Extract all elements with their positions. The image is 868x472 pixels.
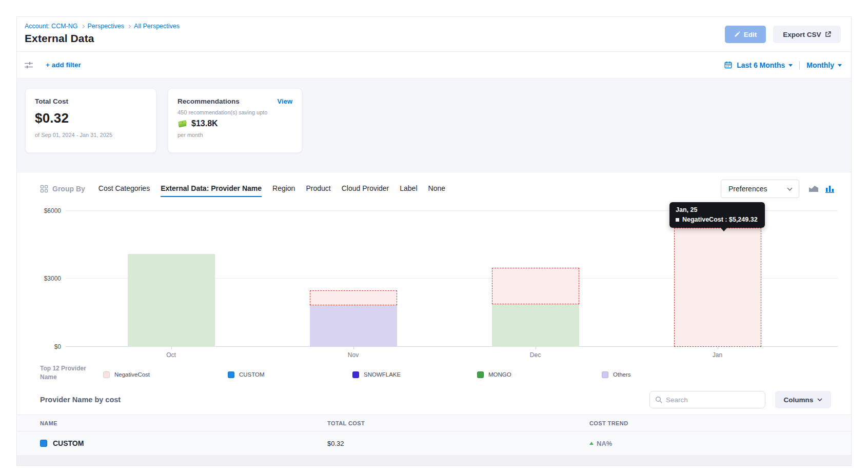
chevron-right-icon [127, 25, 131, 28]
tab-product[interactable]: Product [306, 184, 330, 193]
perspective-panel: Group By Cost CategoriesExternal Data: P… [17, 172, 851, 465]
app-frame: Account: CCM-NG Perspectives All Perspec… [16, 16, 852, 466]
page-title: External Data [25, 32, 841, 45]
legend-label: CUSTOM [239, 371, 265, 378]
breadcrumb: Account: CCM-NG Perspectives All Perspec… [25, 23, 841, 30]
tab-external-data-provider-name[interactable]: External Data: Provider Name [161, 184, 262, 193]
legend-label: NegativeCost [114, 371, 150, 378]
bar-mongo-dec[interactable] [492, 304, 579, 347]
x-axis-tick-label: Jan [626, 351, 808, 359]
tab-label[interactable]: Label [400, 184, 417, 193]
column-header-cost-trend[interactable]: COST TREND [589, 420, 851, 426]
content-area: Total Cost $0.32 of Sep 01, 2024 - Jan 3… [17, 79, 851, 465]
group-by-row: Group By Cost CategoriesExternal Data: P… [17, 172, 851, 202]
legend-swatch-others [602, 371, 608, 378]
bar-chart-icon[interactable] [825, 185, 835, 193]
chart-legend: Top 12 Provider Name NegativeCostCUSTOMS… [40, 363, 841, 382]
provider-swatch [40, 440, 47, 447]
filter-sliders-icon[interactable] [24, 61, 33, 69]
total-cost-value: $0.32 [35, 110, 147, 126]
legend-item-negativecost[interactable]: NegativeCost [103, 363, 228, 382]
tab-none[interactable]: None [428, 184, 445, 193]
tab-region[interactable]: Region [272, 184, 295, 193]
add-filter-button[interactable]: + add filter [46, 61, 81, 69]
legend-swatch-mongo [477, 371, 484, 378]
y-axis-tick-label: $6000 [44, 207, 61, 214]
recommendations-subtitle: 450 recommendation(s) saving upto [177, 109, 292, 115]
legend-item-custom[interactable]: CUSTOM [228, 363, 352, 382]
breadcrumb-perspectives[interactable]: Perspectives [88, 23, 125, 30]
chart-tooltip: Jan, 25 NegativeCost : $5,249.32 [669, 202, 765, 228]
date-range-dropdown[interactable]: Last 6 Months [737, 61, 793, 69]
preferences-dropdown[interactable]: Preferences [721, 180, 799, 198]
table-row-custom[interactable]: CUSTOM$0.32NA% [17, 431, 851, 455]
chart-slot-oct [80, 201, 262, 347]
table-row-partial [17, 455, 851, 465]
bar-mongo-oct[interactable] [128, 254, 215, 347]
group-by-tabs: Cost CategoriesExternal Data: Provider N… [98, 184, 445, 193]
columns-button[interactable]: Columns [775, 391, 831, 408]
trend-value: NA% [597, 440, 612, 447]
legend-label: Others [613, 371, 631, 378]
pencil-icon [734, 31, 740, 37]
calendar-icon [724, 61, 732, 69]
edit-button-label: Edit [744, 31, 757, 38]
divider [799, 61, 800, 69]
filter-bar: + add filter Last 6 Months Monthly [17, 52, 851, 78]
search-input[interactable] [666, 396, 760, 404]
breadcrumb-all-perspectives[interactable]: All Perspectives [134, 23, 180, 30]
page-header: Account: CCM-NG Perspectives All Perspec… [17, 17, 851, 52]
external-link-icon [825, 31, 831, 37]
legend-label: SNOWFLAKE [364, 371, 401, 378]
legend-swatch-custom [228, 371, 234, 378]
tooltip-series-marker [676, 218, 679, 222]
column-header-total-cost[interactable]: TOTAL COST [327, 420, 589, 426]
preferences-label: Preferences [728, 185, 767, 193]
breadcrumb-account[interactable]: Account: CCM-NG [25, 23, 78, 30]
tab-cost-categories[interactable]: Cost Categories [98, 184, 150, 193]
granularity-dropdown[interactable]: Monthly [806, 61, 842, 69]
column-header-name[interactable]: NAME [40, 420, 327, 426]
x-axis: OctNovDecJan [80, 351, 808, 359]
tooltip-series-value: NegativeCost : $5,249.32 [682, 216, 758, 223]
legend-item-others[interactable]: Others [602, 363, 726, 382]
legend-item-mongo[interactable]: MONGO [477, 363, 602, 382]
chevron-down-icon [787, 187, 793, 191]
chevron-down-icon [838, 64, 842, 67]
grid-icon [40, 185, 48, 193]
date-range-label: Last 6 Months [737, 61, 785, 69]
columns-label: Columns [784, 396, 814, 404]
provider-name: CUSTOM [53, 439, 84, 447]
bar-stack-dec [492, 268, 579, 347]
area-chart-icon[interactable] [808, 185, 819, 193]
legend-label: MONGO [488, 371, 511, 378]
bar-stack-oct [128, 254, 215, 347]
bar-negativecost-dec[interactable] [492, 268, 579, 304]
savings-period: per month [177, 132, 292, 138]
bar-negativecost-nov[interactable] [310, 290, 397, 305]
x-axis-tick-label: Dec [444, 351, 626, 359]
view-recommendations-link[interactable]: View [278, 97, 292, 105]
group-by-label: Group By [52, 185, 85, 193]
table-body: CUSTOM$0.32NA% [17, 431, 851, 455]
bar-negativecost-jan[interactable] [674, 228, 761, 347]
chevron-down-icon [788, 64, 793, 67]
legend-swatch-negativecost [103, 371, 110, 378]
provider-name-cell: CUSTOM [40, 439, 327, 447]
x-axis-tick-label: Oct [80, 351, 262, 359]
chart-slot-nov [262, 201, 444, 347]
table-header: NAME TOTAL COST COST TREND [17, 415, 851, 431]
tab-cloud-provider[interactable]: Cloud Provider [342, 184, 389, 193]
legend-item-snowflake[interactable]: SNOWFLAKE [352, 363, 477, 382]
y-axis-tick-label: $3000 [44, 275, 61, 282]
savings-amount: $13.8K [191, 119, 218, 128]
table-toolbar: Provider Name by cost Columns [17, 388, 851, 411]
edit-button[interactable]: Edit [725, 26, 766, 43]
bar-others-nov[interactable] [310, 305, 397, 347]
total-cost-title: Total Cost [35, 97, 147, 105]
export-csv-button[interactable]: Export CSV [773, 26, 841, 43]
granularity-label: Monthly [806, 61, 834, 69]
tooltip-title: Jan, 25 [676, 206, 758, 213]
total-cost-period: of Sep 01, 2024 - Jan 31, 2025 [35, 132, 147, 138]
y-axis-tick-label: $0 [54, 343, 61, 350]
